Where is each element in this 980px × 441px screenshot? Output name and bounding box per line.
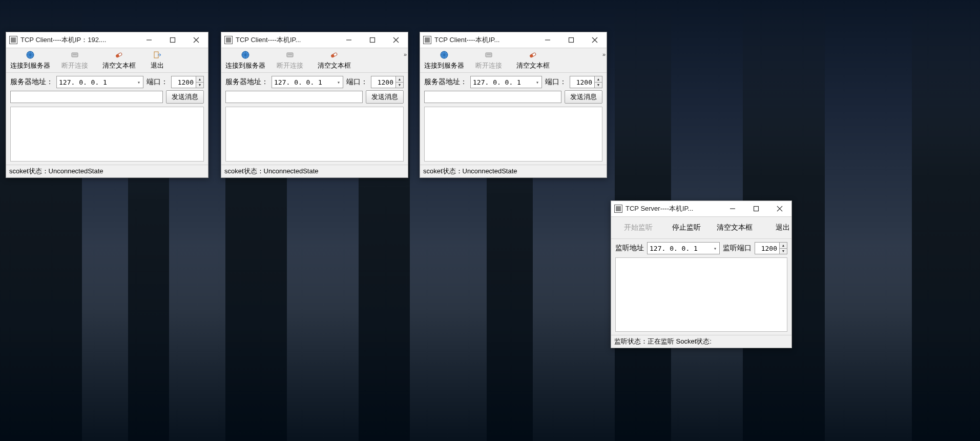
server-address-combo[interactable]: 127. 0. 0. 1 ▾ — [56, 76, 143, 88]
send-button[interactable]: 发送消息 — [366, 90, 404, 104]
port-spinbox[interactable]: 1200 ▲ ▼ — [570, 76, 602, 88]
disk-icon — [70, 50, 80, 60]
port-spinbox[interactable]: 1200 ▲ ▼ — [371, 76, 404, 88]
start-listen-button[interactable]: 开始监听 — [615, 222, 661, 233]
port-label: 端口： — [147, 77, 168, 87]
message-input[interactable] — [225, 91, 363, 103]
clear-button[interactable]: 清空文本框 — [712, 222, 758, 233]
svg-rect-20 — [569, 38, 574, 43]
titlebar[interactable]: TCP Server----本机IP... — [611, 201, 791, 217]
message-input[interactable] — [10, 91, 163, 103]
log-textarea[interactable] — [615, 257, 787, 332]
connect-label: 连接到服务器 — [424, 61, 464, 70]
connect-label: 连接到服务器 — [225, 61, 265, 70]
spin-buttons: ▲ ▼ — [594, 76, 602, 88]
send-button[interactable]: 发送消息 — [565, 90, 602, 104]
spin-down-button[interactable]: ▼ — [595, 82, 602, 88]
connect-button[interactable]: 连接到服务器 — [223, 49, 267, 72]
svg-rect-16 — [288, 54, 292, 55]
chevron-down-icon: ▾ — [135, 79, 143, 85]
spin-down-button[interactable]: ▼ — [396, 82, 403, 88]
close-button[interactable] — [384, 32, 408, 48]
spin-down-button[interactable]: ▼ — [780, 248, 787, 254]
log-textarea[interactable] — [225, 107, 404, 162]
disconnect-button[interactable]: 断开连接 — [467, 49, 510, 72]
port-spinbox[interactable]: 1200 ▲ ▼ — [171, 76, 204, 88]
window-title: TCP Client----本机IP... — [434, 35, 536, 45]
disconnect-button[interactable]: 断开连接 — [53, 49, 96, 72]
toolbar: 连接到服务器 断开连接 清空文本框 » — [420, 48, 607, 73]
clear-button[interactable]: 清空文本框 — [97, 49, 140, 72]
send-row: 发送消息 — [6, 89, 208, 107]
minimize-button[interactable] — [721, 201, 744, 216]
exit-button[interactable]: 退出 — [141, 49, 173, 72]
server-address-value: 127. 0. 0. 1 — [272, 78, 335, 86]
toolbar: 连接到服务器 断开连接 清空文本框 » — [221, 48, 408, 73]
disk-icon — [484, 50, 494, 60]
message-input[interactable] — [424, 91, 561, 103]
port-label: 端口： — [346, 77, 368, 87]
spin-down-button[interactable]: ▼ — [196, 82, 203, 88]
spin-up-button[interactable]: ▲ — [396, 76, 403, 82]
server-address-combo[interactable]: 127. 0. 0. 1 ▾ — [470, 76, 542, 88]
spin-buttons: ▲ ▼ — [779, 243, 787, 254]
log-textarea[interactable] — [10, 107, 204, 162]
close-button[interactable] — [768, 201, 791, 216]
maximize-button[interactable] — [744, 201, 768, 216]
toolbar-overflow-button[interactable]: » — [404, 52, 405, 56]
clear-button[interactable]: 清空文本框 — [312, 49, 356, 72]
status-bar: scoket状态：UnconnectedState — [221, 165, 408, 177]
svg-rect-1 — [171, 38, 175, 43]
spin-up-button[interactable]: ▲ — [595, 76, 602, 82]
chevron-down-icon: ▾ — [335, 79, 343, 85]
send-button[interactable]: 发送消息 — [166, 90, 204, 104]
globe-icon — [25, 50, 35, 60]
address-row: 服务器地址： 127. 0. 0. 1 ▾ 端口： 1200 ▲ ▼ — [420, 73, 607, 89]
port-label: 端口： — [545, 77, 567, 87]
minimize-button[interactable] — [536, 32, 559, 48]
server-address-combo[interactable]: 127. 0. 0. 1 ▾ — [272, 76, 343, 88]
exit-button[interactable]: 退出 — [760, 222, 806, 233]
window-title: TCP Client----本机IP... — [236, 35, 337, 45]
disconnect-label: 断开连接 — [475, 61, 502, 70]
stop-listen-button[interactable]: 停止监听 — [663, 222, 710, 233]
titlebar[interactable]: TCP Client----本机IP：192.... — [6, 32, 208, 48]
server-address-value: 127. 0. 0. 1 — [471, 78, 533, 86]
window-title: TCP Client----本机IP：192.... — [20, 35, 137, 45]
window-title: TCP Server----本机IP... — [625, 204, 721, 213]
titlebar[interactable]: TCP Client----本机IP... — [221, 32, 408, 48]
titlebar[interactable]: TCP Client----本机IP... — [420, 32, 607, 48]
close-button[interactable] — [583, 32, 607, 48]
toolbar-overflow-button[interactable]: » — [602, 52, 603, 56]
maximize-button[interactable] — [559, 32, 583, 48]
disconnect-button[interactable]: 断开连接 — [268, 49, 311, 72]
close-button[interactable] — [184, 32, 208, 48]
chevron-down-icon: ▾ — [711, 246, 719, 251]
listen-address-label: 监听地址 — [615, 244, 644, 253]
spin-up-button[interactable]: ▲ — [780, 243, 787, 248]
app-icon — [224, 36, 233, 44]
minimize-button[interactable] — [337, 32, 361, 48]
clear-button[interactable]: 清空文本框 — [511, 49, 554, 72]
app-icon — [614, 205, 622, 213]
connect-label: 连接到服务器 — [10, 61, 50, 70]
server-address-label: 服务器地址： — [424, 77, 467, 87]
spin-up-button[interactable]: ▲ — [196, 76, 203, 82]
log-textarea[interactable] — [424, 107, 602, 162]
listen-port-spinbox[interactable]: 1200 ▲ ▼ — [755, 242, 787, 254]
connect-button[interactable]: 连接到服务器 — [422, 49, 466, 72]
connect-button[interactable]: 连接到服务器 — [8, 49, 52, 72]
globe-icon — [240, 50, 251, 60]
exit-label: 退出 — [151, 61, 164, 70]
app-icon — [9, 36, 17, 44]
minimize-button[interactable] — [137, 32, 161, 48]
maximize-button[interactable] — [361, 32, 384, 48]
listen-address-combo[interactable]: 127. 0. 0. 1 ▾ — [647, 242, 720, 254]
svg-rect-25 — [487, 54, 491, 55]
svg-rect-11 — [370, 38, 375, 43]
window-tcp-client-1: TCP Client----本机IP：192.... 连接到服务器 断开连接 清… — [6, 32, 208, 178]
toolbar: 连接到服务器 断开连接 清空文本框 退出 — [6, 48, 208, 73]
svg-rect-6 — [73, 54, 77, 55]
listen-port-label: 监听端口 — [723, 244, 752, 253]
maximize-button[interactable] — [161, 32, 184, 48]
